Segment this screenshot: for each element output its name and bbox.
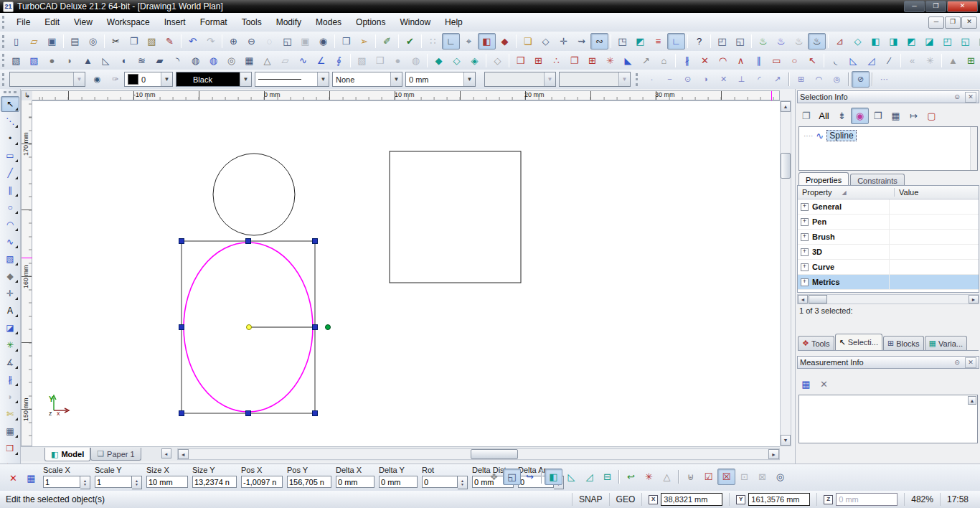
shade-gray-icon[interactable]: ◍ bbox=[407, 52, 425, 69]
hemisphere-icon[interactable]: ◗ bbox=[61, 52, 79, 69]
undo-icon[interactable]: ↶ bbox=[184, 33, 202, 50]
zoom-level[interactable]: 482% bbox=[904, 493, 940, 506]
box-icon[interactable]: ▧ bbox=[1, 251, 19, 267]
tab-properties[interactable]: Properties bbox=[798, 172, 849, 187]
cut-icon[interactable]: ✂ bbox=[107, 33, 125, 50]
copy-icon[interactable]: ❐ bbox=[125, 33, 143, 50]
group-reference-icon[interactable]: ⊞ bbox=[962, 52, 980, 69]
expand-icon[interactable]: + bbox=[801, 233, 809, 241]
menu-options[interactable]: Options bbox=[349, 15, 392, 29]
expand-icon[interactable]: + bbox=[801, 218, 809, 226]
menu-grip[interactable] bbox=[2, 16, 6, 29]
mi-delete-icon[interactable]: ✕ bbox=[815, 376, 833, 392]
copy-mirror-icon[interactable]: ❐ bbox=[565, 52, 583, 69]
no-snap-icon[interactable]: ⊘ bbox=[852, 71, 870, 88]
field-input[interactable] bbox=[95, 476, 132, 488]
menu-insert[interactable]: Insert bbox=[157, 15, 193, 29]
array-polar-icon[interactable]: ∴ bbox=[547, 52, 565, 69]
edit-node-icon[interactable]: ⋱ bbox=[1, 113, 19, 129]
doc-close-button[interactable]: ✕ bbox=[961, 17, 977, 29]
spell-check-icon[interactable]: ✔ bbox=[401, 33, 419, 50]
expand-icon[interactable]: + bbox=[801, 203, 809, 211]
view-right-icon[interactable]: ◰ bbox=[938, 33, 956, 50]
angle-reference-icon[interactable]: ∟ bbox=[667, 33, 685, 50]
menu-modify[interactable]: Modify bbox=[269, 15, 308, 29]
symmetry-icon[interactable]: ✳ bbox=[1, 337, 19, 353]
profile-stamp-icon[interactable]: ⊎ bbox=[682, 469, 699, 485]
close-button[interactable]: ✕ bbox=[947, 1, 978, 12]
select-area-icon[interactable]: ▦ bbox=[1, 423, 19, 439]
layout-export-icon[interactable]: ❒ bbox=[337, 33, 355, 50]
print-icon[interactable]: ▤ bbox=[66, 33, 84, 50]
stretch-icon[interactable]: ↗ bbox=[637, 52, 655, 69]
snap-center-icon[interactable]: ⊙ bbox=[679, 71, 697, 88]
tree-item-spline[interactable]: ···· ∿ Spline bbox=[799, 127, 977, 141]
bool-subtract-icon[interactable]: ◇ bbox=[448, 52, 466, 69]
snowflake-icon[interactable]: ✳ bbox=[921, 52, 939, 69]
curve-display-icon[interactable]: ∾ bbox=[590, 33, 608, 50]
circle-icon[interactable]: ○ bbox=[1, 199, 19, 215]
cylinder-cut-icon[interactable]: ◖ bbox=[115, 52, 133, 69]
workplane-icon[interactable]: ◺ bbox=[562, 469, 580, 485]
sweep-icon[interactable]: ⌂ bbox=[655, 52, 673, 69]
bool-add-icon[interactable]: ◆ bbox=[430, 52, 448, 69]
constraint-b-icon[interactable]: ⊠ bbox=[753, 469, 771, 485]
select-mode-save-icon[interactable]: ◱ bbox=[731, 33, 749, 50]
extra-combo-2[interactable]: ▼ bbox=[559, 72, 631, 87]
horizontal-scrollbar[interactable]: ◄ ► bbox=[177, 448, 780, 460]
menu-tools[interactable]: Tools bbox=[235, 15, 269, 29]
menu-view[interactable]: View bbox=[67, 15, 100, 29]
lathe-icon[interactable]: ◝ bbox=[169, 52, 187, 69]
close-icon[interactable]: ✕ bbox=[965, 92, 976, 103]
property-row-metrics[interactable]: +Metrics bbox=[798, 275, 979, 290]
cone-icon[interactable]: ▲ bbox=[79, 52, 97, 69]
layer-stack-icon[interactable]: △ bbox=[658, 469, 676, 485]
si-highlight-icon[interactable]: ◉ bbox=[851, 108, 869, 124]
app-icon[interactable]: 21 bbox=[3, 1, 14, 12]
measurement-list[interactable]: ▲ bbox=[798, 395, 978, 443]
pan-icon[interactable]: ✛ bbox=[1, 286, 19, 301]
vertical-scrollbar[interactable]: ▲ ▼ bbox=[780, 100, 791, 446]
format-painter-icon[interactable]: ✎ bbox=[161, 33, 179, 50]
select-mode-open-icon[interactable]: ◰ bbox=[713, 33, 731, 50]
pen-width-combo[interactable]: 0 mm ▼ bbox=[405, 72, 476, 87]
redo-icon[interactable]: ↷ bbox=[202, 33, 220, 50]
slab-icon[interactable]: ▰ bbox=[151, 52, 169, 69]
horizontal-scroll-thumb[interactable] bbox=[471, 449, 518, 459]
zoom-full-icon[interactable]: ▣ bbox=[296, 33, 314, 50]
menu-workspace[interactable]: Workspace bbox=[100, 15, 157, 29]
drawing-canvas[interactable]: Y x z bbox=[32, 100, 780, 446]
render-draft-icon[interactable]: ♨ bbox=[754, 33, 772, 50]
select-result-icon[interactable]: ❖ bbox=[485, 469, 503, 485]
meet-lines-icon[interactable]: ∧ bbox=[732, 52, 750, 69]
color-match-icon[interactable]: ≡ bbox=[649, 33, 667, 50]
si-select-all-icon[interactable]: All bbox=[815, 108, 833, 124]
view-front-icon[interactable]: ◨ bbox=[885, 33, 903, 50]
terrain-icon[interactable]: ▱ bbox=[276, 52, 294, 69]
boxes-gray-icon[interactable]: ❒ bbox=[371, 52, 389, 69]
save-icon[interactable]: ▣ bbox=[43, 33, 61, 50]
spline-icon[interactable]: ∿ bbox=[1, 234, 19, 250]
minimize-button[interactable]: ─ bbox=[904, 1, 925, 12]
field-input[interactable] bbox=[241, 476, 283, 488]
scroll-up-arrow[interactable]: ▲ bbox=[781, 101, 791, 112]
scroll-down-arrow[interactable]: ▼ bbox=[781, 435, 791, 446]
view-ne-icon[interactable]: ◱ bbox=[956, 33, 974, 50]
menu-window[interactable]: Window bbox=[392, 15, 438, 29]
dock-tab-blocks[interactable]: ⊞Blocks bbox=[883, 336, 924, 350]
tree-item-label[interactable]: Spline bbox=[826, 130, 856, 141]
selection-handle[interactable] bbox=[313, 239, 318, 244]
field-input[interactable] bbox=[379, 476, 418, 488]
property-row-general[interactable]: +General bbox=[798, 199, 979, 215]
snap-tangent-icon[interactable]: ◜ bbox=[750, 71, 768, 88]
clip-image-icon[interactable]: ◳ bbox=[613, 33, 631, 50]
selection-handle[interactable] bbox=[246, 411, 251, 416]
center-handle[interactable] bbox=[247, 325, 252, 330]
new-icon[interactable]: ▯ bbox=[7, 33, 25, 50]
expand-icon[interactable]: + bbox=[801, 248, 809, 256]
field-input[interactable] bbox=[192, 476, 237, 488]
snap-aperture-icon[interactable]: ◎ bbox=[828, 71, 846, 88]
rotation-handle[interactable] bbox=[326, 325, 331, 330]
zoom-in-icon[interactable]: ⊕ bbox=[225, 33, 242, 50]
view-nw-icon[interactable]: ◲ bbox=[974, 33, 980, 50]
